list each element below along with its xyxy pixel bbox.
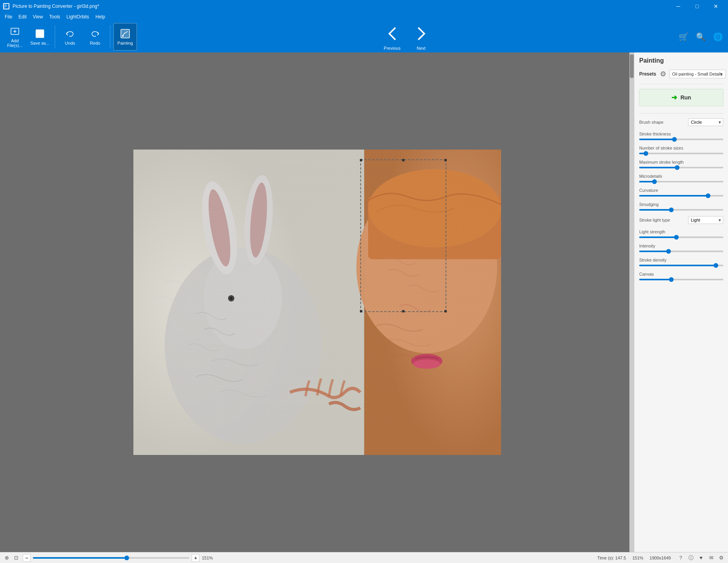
help-icon[interactable]: ? [677, 554, 684, 561]
canvas-slider[interactable] [639, 279, 723, 280]
menu-view[interactable]: View [30, 13, 46, 20]
intensity-fill [639, 251, 669, 252]
svg-rect-30 [133, 150, 501, 455]
zoom-slider[interactable] [33, 557, 189, 559]
stroke-density-fill [639, 265, 716, 266]
svg-rect-7 [37, 34, 43, 37]
brush-shape-label: Brush shape [639, 120, 663, 125]
previous-icon [382, 23, 403, 44]
main-layout: Painting Presets ⚙ Oil painting - Small … [0, 52, 728, 552]
number-stroke-sizes-control: Number of stroke sizes [639, 146, 723, 154]
intensity-slider[interactable] [639, 251, 723, 252]
max-stroke-length-fill [639, 167, 677, 168]
next-label: Next [417, 46, 426, 51]
smudging-thumb[interactable] [669, 208, 674, 212]
stroke-density-label: Stroke density [639, 258, 723, 262]
max-stroke-length-label: Maximum stroke length [639, 160, 723, 164]
right-panel: Painting Presets ⚙ Oil painting - Small … [634, 52, 728, 552]
canvas-control: Canvas [639, 272, 723, 280]
painting-button[interactable]: Painting [113, 23, 137, 51]
menu-help[interactable]: Help [92, 13, 108, 20]
light-strength-thumb[interactable] [674, 235, 679, 240]
run-arrow-icon: ➜ [671, 93, 677, 102]
settings-icon[interactable]: ⚙ [718, 554, 725, 561]
save-as-button[interactable]: Save as... [28, 23, 52, 51]
painting-canvas [133, 150, 501, 455]
search-icon[interactable]: 🔍 [694, 30, 708, 44]
smudging-label: Smudging [639, 202, 723, 207]
menu-lightorbits[interactable]: LightOrbits [63, 13, 92, 20]
stroke-light-type-select[interactable]: Light None Strong [688, 216, 723, 224]
curvature-thumb[interactable] [706, 193, 710, 198]
cart-icon[interactable]: 🛒 [676, 30, 690, 44]
run-button[interactable]: ➜ Run [639, 89, 723, 106]
time-label: Time (s): 147.5 [597, 556, 626, 560]
number-stroke-sizes-slider[interactable] [639, 153, 723, 154]
zoom-out-button[interactable]: − [23, 554, 31, 562]
previous-button[interactable]: Previous [379, 23, 406, 51]
canvas-thumb[interactable] [669, 277, 674, 282]
zoom-fit-icon[interactable]: ⊕ [3, 554, 10, 561]
add-files-label: Add File(s)... [3, 38, 27, 48]
stroke-thickness-control: Stroke thickness [639, 132, 723, 140]
brush-shape-select[interactable]: Circle Square Diamond [688, 118, 723, 126]
light-strength-slider[interactable] [639, 236, 723, 238]
zoom-actual-icon[interactable]: ⊡ [13, 554, 20, 561]
close-button[interactable]: ✕ [707, 0, 725, 13]
redo-button[interactable]: Redo [83, 23, 107, 51]
presets-select[interactable]: Oil painting - Small Details Oil paintin… [669, 70, 726, 78]
zoom-slider-thumb[interactable] [124, 556, 129, 560]
canvas-scrollbar-v-thumb[interactable] [630, 54, 634, 78]
add-files-button[interactable]: Add File(s)... [3, 23, 27, 51]
number-stroke-sizes-thumb[interactable] [644, 151, 648, 156]
stroke-thickness-thumb[interactable] [672, 137, 677, 142]
toolbar: Add File(s)... Save as... Undo Redo [0, 21, 728, 52]
menu-tools[interactable]: Tools [46, 13, 63, 20]
mail-icon[interactable]: ✉ [708, 554, 715, 561]
microdetails-label: Microdetails [639, 174, 723, 179]
curvature-slider[interactable] [639, 195, 723, 197]
minimize-button[interactable]: ─ [669, 0, 687, 13]
smudging-fill [639, 209, 671, 211]
presets-label: Presets [639, 71, 657, 77]
dimensions-label: 1900x1649 [650, 556, 671, 560]
title-bar-controls: ─ □ ✕ [669, 0, 725, 13]
svg-rect-9 [121, 29, 129, 38]
stroke-density-thumb[interactable] [714, 263, 718, 268]
info-icon[interactable]: ⓘ [687, 554, 694, 561]
svg-rect-6 [38, 30, 42, 32]
stroke-thickness-slider[interactable] [639, 139, 723, 140]
light-strength-fill [639, 236, 676, 238]
microdetails-slider[interactable] [639, 181, 723, 182]
canvas-scrollbar-v[interactable] [629, 52, 634, 552]
stroke-density-slider[interactable] [639, 265, 723, 266]
sphere-icon[interactable]: 🌐 [711, 30, 725, 44]
number-stroke-sizes-label: Number of stroke sizes [639, 146, 723, 150]
image-container [133, 150, 501, 455]
undo-label: Undo [65, 41, 75, 45]
intensity-thumb[interactable] [666, 249, 671, 254]
painting-label: Painting [117, 41, 133, 45]
smudging-slider[interactable] [639, 209, 723, 211]
heart-icon[interactable]: ♥ [697, 554, 705, 561]
zoom-in-button[interactable]: + [192, 554, 200, 562]
curvature-fill [639, 195, 708, 197]
toolbar-sep-2 [110, 25, 110, 49]
menu-edit[interactable]: Edit [15, 13, 30, 20]
canvas-area[interactable] [0, 52, 634, 552]
undo-button[interactable]: Undo [58, 23, 82, 51]
microdetails-thumb[interactable] [652, 179, 657, 184]
stroke-light-type-select-wrapper: Light None Strong ▼ [688, 216, 723, 224]
menu-file[interactable]: File [2, 13, 15, 20]
zoom-controls: − + 151% [23, 554, 594, 562]
max-stroke-length-thumb[interactable] [675, 165, 679, 170]
intensity-label: Intensity [639, 244, 723, 248]
max-stroke-length-slider[interactable] [639, 167, 723, 168]
zoom-level-label: 151% [202, 556, 216, 560]
maximize-button[interactable]: □ [688, 0, 706, 13]
app-icon: P [3, 3, 9, 9]
status-bar: ⊕ ⊡ − + 151% Time (s): 147.5 151% 1900x1… [0, 552, 728, 563]
zoom-slider-fill [33, 557, 127, 559]
max-stroke-length-control: Maximum stroke length [639, 160, 723, 168]
next-button[interactable]: Next [408, 23, 435, 51]
